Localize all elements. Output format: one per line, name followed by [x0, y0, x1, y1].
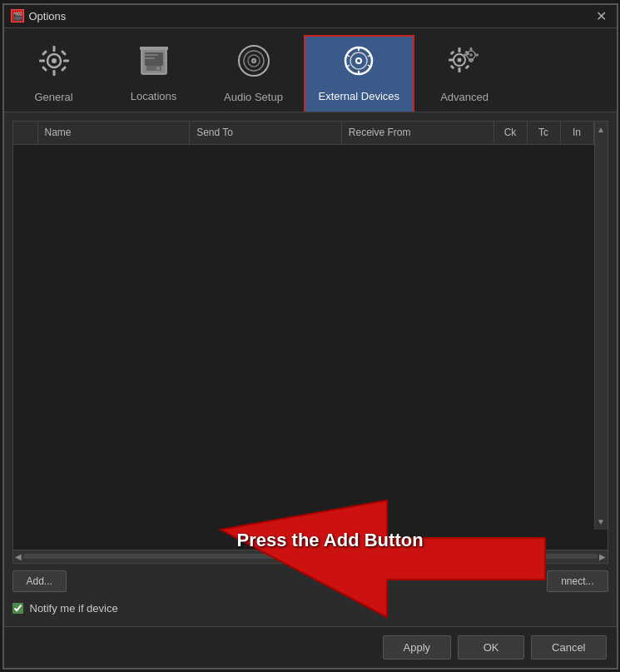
svg-rect-16	[145, 57, 155, 59]
svg-rect-8	[41, 65, 47, 71]
vertical-scrollbar[interactable]: ▲ ▼	[594, 122, 608, 530]
svg-rect-9	[60, 65, 66, 71]
notify-row: Notify me if device	[12, 599, 608, 618]
horizontal-scrollbar[interactable]: ◀ ▶	[13, 550, 608, 563]
tab-general[interactable]: General	[4, 35, 104, 112]
content-area: Name Send To Receive From Ck Tc In ▲ ▼ ◀…	[4, 112, 617, 626]
action-bar: Add... nnect...	[12, 564, 608, 599]
tab-advanced[interactable]: Advanced	[414, 35, 514, 112]
title-bar-left: 🎬 Options	[11, 9, 67, 22]
svg-point-21	[252, 59, 255, 62]
devices-table: Name Send To Receive From Ck Tc In ▲ ▼ ◀…	[12, 121, 608, 564]
svg-rect-7	[60, 49, 66, 55]
svg-rect-44	[470, 47, 473, 51]
tab-bar: General Locations	[4, 28, 617, 112]
dialog-footer: Apply OK Cancel	[4, 626, 617, 668]
app-icon: 🎬	[11, 9, 24, 22]
connect-label: nnect...	[561, 575, 593, 587]
col-check-header	[13, 122, 38, 144]
svg-point-14	[156, 67, 160, 70]
locations-icon	[138, 44, 170, 85]
tab-advanced-label: Advanced	[440, 91, 489, 103]
svg-rect-34	[459, 47, 461, 52]
table-body	[13, 145, 608, 550]
close-button[interactable]: ✕	[593, 7, 610, 24]
svg-rect-45	[470, 59, 473, 62]
svg-rect-6	[41, 49, 47, 55]
svg-rect-38	[450, 50, 455, 55]
add-button[interactable]: Add...	[12, 570, 67, 592]
advanced-icon	[446, 43, 483, 86]
scroll-up-arrow[interactable]: ▲	[595, 123, 607, 136]
svg-rect-40	[450, 64, 455, 69]
general-icon	[37, 43, 72, 86]
external-devices-icon	[341, 43, 376, 85]
svg-line-30	[347, 65, 350, 67]
svg-rect-15	[145, 54, 158, 56]
svg-point-43	[469, 53, 473, 57]
svg-rect-2	[52, 46, 55, 52]
tab-locations-label: Locations	[131, 90, 177, 102]
svg-point-1	[52, 58, 57, 63]
notify-label: Notify me if device	[30, 602, 118, 615]
scroll-left-arrow[interactable]: ◀	[15, 552, 22, 561]
options-window: 🎬 Options ✕	[2, 3, 618, 670]
scroll-down-arrow[interactable]: ▼	[595, 515, 607, 528]
table-header: Name Send To Receive From Ck Tc In	[13, 122, 608, 145]
svg-rect-4	[39, 59, 45, 62]
svg-rect-41	[465, 64, 470, 69]
window-title: Options	[29, 10, 67, 22]
tab-locations[interactable]: Locations	[104, 35, 204, 112]
cancel-button[interactable]: Cancel	[531, 635, 606, 660]
tab-external[interactable]: External Devices	[304, 35, 415, 112]
svg-rect-36	[449, 58, 454, 61]
ok-button[interactable]: OK	[458, 635, 524, 660]
svg-rect-47	[475, 53, 479, 56]
scroll-right-arrow[interactable]: ▶	[599, 552, 606, 561]
notify-checkbox[interactable]	[12, 603, 23, 614]
svg-rect-46	[464, 53, 467, 56]
col-ck-header: Ck	[494, 122, 528, 144]
col-receive-header: Receive From	[342, 122, 494, 144]
svg-line-27	[368, 55, 370, 57]
title-bar: 🎬 Options ✕	[4, 5, 617, 28]
svg-line-28	[368, 65, 370, 67]
apply-button[interactable]: Apply	[383, 635, 452, 660]
svg-rect-5	[63, 59, 69, 62]
svg-line-31	[347, 55, 350, 57]
tab-external-label: External Devices	[319, 90, 400, 102]
col-in-header: In	[561, 122, 594, 144]
tab-audio[interactable]: Audio Setup	[204, 35, 304, 112]
svg-rect-13	[140, 47, 168, 50]
audio-icon	[236, 43, 271, 86]
svg-point-33	[458, 57, 462, 62]
svg-rect-3	[52, 70, 55, 76]
svg-point-25	[357, 59, 360, 62]
svg-rect-35	[459, 67, 461, 72]
col-send-header: Send To	[190, 122, 342, 144]
col-name-header: Name	[38, 122, 191, 144]
connect-button[interactable]: nnect...	[547, 570, 608, 592]
tab-general-label: General	[34, 91, 72, 103]
tab-audio-label: Audio Setup	[224, 91, 283, 103]
col-tc-header: Tc	[528, 122, 561, 144]
